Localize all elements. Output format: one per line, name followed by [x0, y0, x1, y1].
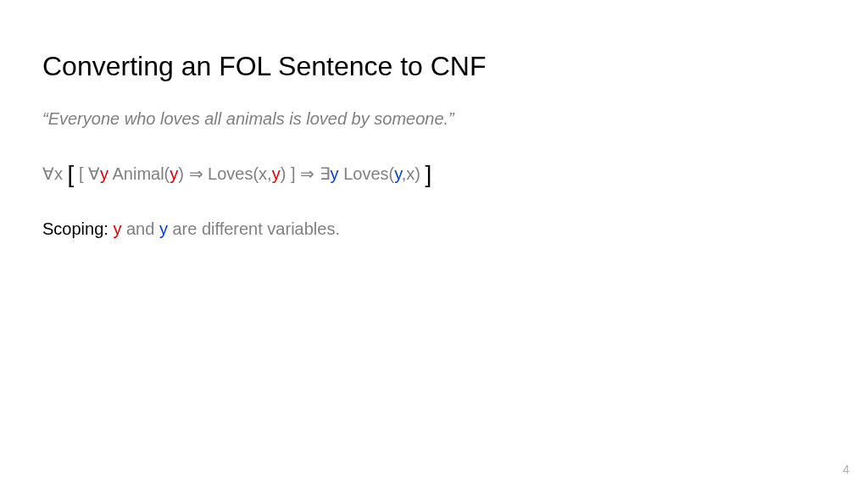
- implies-symbol-2: ⇒: [300, 164, 314, 183]
- scoping-y-blue: y: [159, 219, 168, 238]
- example-sentence: “Everyone who loves all animals is loved…: [42, 109, 826, 129]
- var-y-blue-1: y: [331, 164, 339, 183]
- scoping-rest: are different variables.: [168, 219, 340, 238]
- var-x-2: x: [259, 164, 267, 183]
- animal-close: ): [178, 164, 184, 183]
- var-x-3: x: [406, 164, 415, 183]
- scoping-and: and: [121, 219, 159, 238]
- loves-open-2: Loves(: [339, 164, 395, 183]
- var-y-red-2: y: [170, 164, 178, 183]
- fol-formula: ∀x [ [ ∀y Animal(y) ⇒ Loves(x,y) ] ⇒ ∃y …: [42, 158, 826, 191]
- slide: Converting an FOL Sentence to CNF “Every…: [0, 0, 868, 488]
- close-paren-2: ): [415, 164, 420, 183]
- close-paren-1: ): [281, 164, 287, 183]
- bracket-close: ]: [291, 164, 296, 183]
- exists-symbol: ∃: [320, 164, 331, 183]
- loves-open-1: Loves(: [203, 164, 259, 183]
- bracket-open: [: [79, 164, 84, 183]
- big-bracket-close: ]: [426, 161, 432, 187]
- scoping-note: Scoping: y and y are different variables…: [42, 219, 826, 239]
- scoping-y-red: y: [113, 219, 121, 238]
- forall-symbol: ∀: [42, 164, 54, 183]
- var-y-blue-2: y: [394, 164, 402, 183]
- var-y-red-3: y: [272, 164, 281, 183]
- var-x: x: [54, 164, 63, 183]
- slide-title: Converting an FOL Sentence to CNF: [42, 51, 826, 82]
- forall-symbol-inner: ∀: [88, 164, 100, 183]
- var-y-red-1: y: [100, 164, 108, 183]
- scoping-label: Scoping:: [42, 219, 113, 238]
- implies-symbol-1: ⇒: [189, 164, 203, 183]
- big-bracket-open: [: [68, 161, 75, 187]
- page-number: 4: [843, 463, 849, 476]
- animal-open: Animal(: [108, 164, 170, 183]
